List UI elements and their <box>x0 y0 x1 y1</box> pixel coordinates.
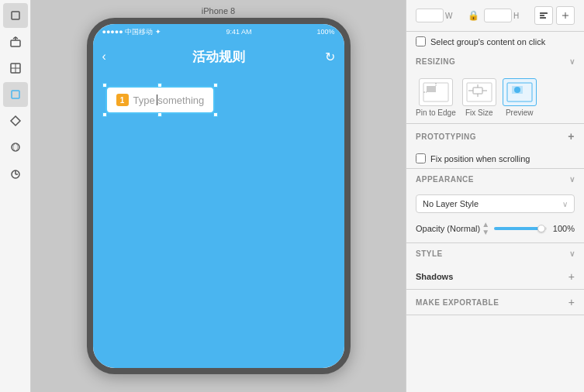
style-header: STYLE ∨ <box>406 243 584 264</box>
left-toolbar <box>0 0 31 392</box>
svg-rect-12 <box>540 12 548 14</box>
search-bar-placeholder: Type something <box>133 95 205 106</box>
select-group-checkbox[interactable] <box>416 36 426 46</box>
nav-action-icon: ↻ <box>325 50 335 64</box>
text-cursor <box>157 95 157 105</box>
exportable-title: MAKE EXPORTABLE <box>416 298 499 307</box>
resizing-grid: Pin to Edge Fix Size <box>406 72 584 123</box>
opacity-stepper[interactable]: ▲▼ <box>482 221 489 236</box>
toolbar-timing[interactable] <box>3 161 28 186</box>
svg-rect-13 <box>540 15 544 16</box>
status-battery: 100% <box>316 28 334 36</box>
status-time: 9:41 AM <box>226 28 252 36</box>
appearance-title: APPEARANCE <box>416 175 474 184</box>
style-chevron[interactable]: ∨ <box>569 249 575 258</box>
prototyping-header: PROTOTYPING + <box>406 124 584 149</box>
toolbar-select[interactable] <box>3 3 28 28</box>
fix-size-label: Fix Size <box>465 108 493 117</box>
slider-thumb <box>537 225 545 232</box>
resizing-chevron[interactable]: ∨ <box>569 57 575 66</box>
align-icons <box>534 6 575 25</box>
canvas-area: iPhone 8 ●●●●● 中国移动 ✦ 9:41 AM 100% ‹ 活动规… <box>31 0 406 392</box>
fix-position-row: Fix position when scrolling <box>406 149 584 168</box>
pin-to-edge-label: Pin to Edge <box>416 108 456 117</box>
select-group-label: Select group's content on click <box>430 37 545 46</box>
handle-bl <box>102 112 107 117</box>
nav-back-icon: ‹ <box>102 50 106 64</box>
dropdown-arrow: ∨ <box>562 200 568 208</box>
layer-style-value: No Layer Style <box>423 199 479 208</box>
shadows-add-icon[interactable]: + <box>568 270 575 283</box>
opacity-label-text: Opacity (Normal) <box>416 224 480 233</box>
handle-bc <box>157 112 162 117</box>
iphone-nav-bar: ‹ 活动规则 ↻ <box>93 40 344 74</box>
fix-position-label: Fix position when scrolling <box>430 154 530 163</box>
toolbar-insert[interactable] <box>3 29 28 54</box>
prototyping-title: PROTOTYPING <box>416 132 476 141</box>
toolbar-colors[interactable] <box>3 135 28 160</box>
style-title: STYLE <box>416 249 443 258</box>
search-bar[interactable]: 1 Type something <box>105 86 216 114</box>
fix-position-checkbox[interactable] <box>416 153 426 163</box>
toolbar-layout[interactable] <box>3 56 28 81</box>
shadows-row: Shadows + <box>406 264 584 289</box>
y-value-input[interactable]: 18 <box>484 9 512 22</box>
device-label: iPhone 8 <box>202 6 235 15</box>
handle-tc <box>157 83 162 88</box>
fix-size-option[interactable]: Fix Size <box>462 78 496 117</box>
exportable-row: MAKE EXPORTABLE + <box>406 290 584 315</box>
svg-rect-22 <box>473 88 482 94</box>
opacity-slider[interactable] <box>494 227 547 230</box>
resizing-title: RESIZING <box>416 57 455 66</box>
opacity-row: Opacity (Normal) ▲▼ 100% <box>406 218 584 242</box>
layer-style-row: No Layer Style ∨ <box>406 190 584 218</box>
search-bar-container: 1 Type something <box>105 86 216 114</box>
x-value-input[interactable]: 294 <box>416 9 444 22</box>
svg-rect-6 <box>12 91 19 98</box>
appearance-section: APPEARANCE ∨ No Layer Style ∨ Opacity (N… <box>406 169 584 243</box>
coords-row: 294 W 🔒 18 H <box>406 0 584 32</box>
x-coord: 294 W <box>416 9 463 22</box>
toolbar-components[interactable] <box>3 108 28 133</box>
handle-tl <box>102 83 107 88</box>
x-label: W <box>445 12 452 20</box>
svg-rect-14 <box>540 17 546 19</box>
handle-tr <box>213 83 218 88</box>
exportable-add-icon[interactable]: + <box>568 296 575 308</box>
toolbar-prototype[interactable] <box>3 82 28 107</box>
status-carrier: ●●●●● 中国移动 ✦ <box>102 27 161 37</box>
align-right-icon[interactable] <box>556 6 575 25</box>
appearance-chevron[interactable]: ∨ <box>569 175 575 184</box>
align-left-icon[interactable] <box>534 6 553 25</box>
y-label: H <box>513 12 519 20</box>
handle-br <box>213 112 218 117</box>
svg-point-29 <box>514 87 520 93</box>
select-group-row: Select group's content on click <box>406 32 584 51</box>
appearance-header: APPEARANCE ∨ <box>406 169 584 190</box>
opacity-value: 100% <box>551 224 575 233</box>
right-panel: 294 W 🔒 18 H Select group's content on c… <box>406 0 584 392</box>
fix-size-box <box>462 78 496 106</box>
svg-rect-0 <box>12 12 19 19</box>
svg-rect-18 <box>427 86 436 92</box>
prototyping-add-icon[interactable]: + <box>568 130 575 143</box>
pin-to-edge-option[interactable]: Pin to Edge <box>416 78 456 117</box>
resizing-header: RESIZING ∨ <box>406 51 584 72</box>
preview-label: Preview <box>506 108 534 117</box>
layer-style-dropdown[interactable]: No Layer Style ∨ <box>416 194 575 213</box>
iphone-status-bar: ●●●●● 中国移动 ✦ 9:41 AM 100% <box>93 24 344 40</box>
pin-to-edge-box <box>419 78 453 106</box>
search-bar-number: 1 <box>116 94 129 106</box>
iphone-content: 1 Type something <box>93 74 344 368</box>
svg-rect-21 <box>467 83 492 101</box>
preview-option[interactable]: Preview <box>503 78 537 117</box>
y-coord: 18 H <box>484 9 531 22</box>
resizing-section: RESIZING ∨ Pin to Edge <box>406 51 584 124</box>
svg-rect-1 <box>11 40 20 46</box>
iphone-mockup: ●●●●● 中国移动 ✦ 9:41 AM 100% ‹ 活动规则 ↻ <box>87 18 351 374</box>
svg-marker-7 <box>11 116 20 126</box>
exportable-section: MAKE EXPORTABLE + <box>406 290 584 315</box>
nav-title: 活动规则 <box>192 48 245 66</box>
prototyping-section: PROTOTYPING + Fix position when scrollin… <box>406 124 584 169</box>
style-section: STYLE ∨ Shadows + <box>406 243 584 290</box>
